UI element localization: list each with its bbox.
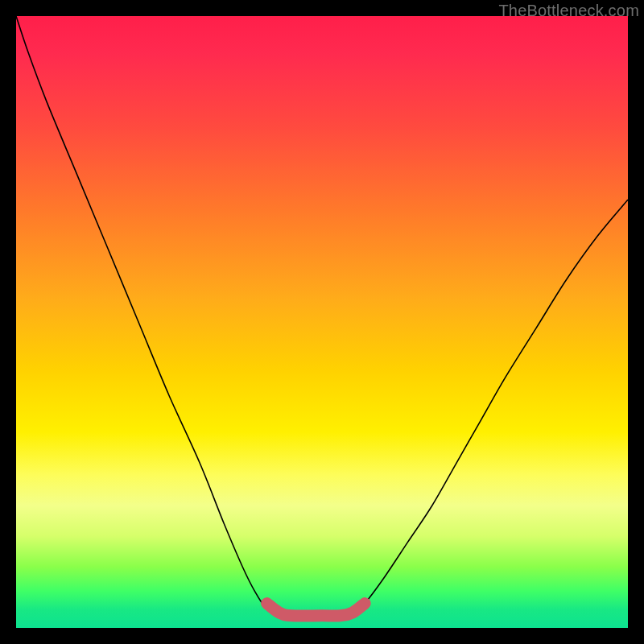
chart-frame: TheBottleneck.com xyxy=(0,0,644,644)
plot-area xyxy=(16,16,628,628)
watermark-text: TheBottleneck.com xyxy=(498,2,639,20)
curve-right-branch xyxy=(353,200,628,616)
curve-left-branch xyxy=(16,16,279,616)
valley-highlight xyxy=(267,604,365,616)
curve-layer xyxy=(16,16,628,628)
